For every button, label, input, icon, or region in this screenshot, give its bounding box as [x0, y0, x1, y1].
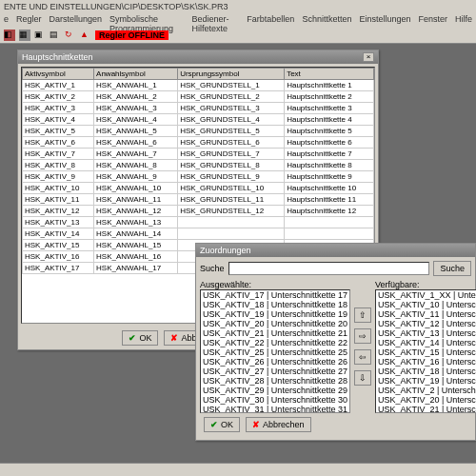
- window-title: Zuordnungen: [196, 244, 475, 257]
- tool-icon[interactable]: ▦: [19, 30, 30, 41]
- search-input[interactable]: [228, 262, 430, 275]
- menu-item[interactable]: e: [4, 14, 9, 26]
- table-row[interactable]: HSK_AKTIV_7HSK_ANWAHL_7HSK_GRUNDSTELL_7H…: [23, 149, 374, 160]
- table-row[interactable]: HSK_AKTIV_12HSK_ANWAHL_12HSK_GRUNDSTELL_…: [23, 206, 374, 217]
- menu-item[interactable]: Einstellungen: [359, 14, 410, 26]
- col-header[interactable]: Ursprungssymbol: [178, 69, 285, 80]
- cell: Hauptschnittkette 7: [285, 149, 374, 160]
- ok-button[interactable]: ✔OK: [204, 417, 240, 432]
- cell: HSK_AKTIV_4: [23, 114, 94, 126]
- menu-item[interactable]: Schnittketten: [302, 14, 351, 26]
- table-row[interactable]: HSK_AKTIV_10HSK_ANWAHL_10HSK_GRUNDSTELL_…: [23, 183, 374, 194]
- statusbar: [0, 463, 476, 476]
- table-row[interactable]: HSK_AKTIV_1HSK_ANWAHL_1HSK_GRUNDSTELL_1H…: [23, 80, 374, 91]
- col-header[interactable]: Aktivsymbol: [23, 69, 94, 80]
- menu-item[interactable]: Fenster: [418, 14, 447, 26]
- list-item[interactable]: USK_AKTIV_30 | Unterschnittkette 30: [201, 395, 349, 405]
- list-item[interactable]: USK_AKTIV_1_XX | Unterschnittkette 1: [376, 290, 476, 300]
- table-row[interactable]: HSK_AKTIV_3HSK_ANWAHL_3HSK_GRUNDSTELL_3H…: [23, 103, 374, 114]
- available-listbox[interactable]: USK_AKTIV_1_XX | Unterschnittkette 1USK_…: [375, 289, 476, 413]
- move-down-button[interactable]: ⇩: [354, 370, 371, 386]
- table-row[interactable]: HSK_AKTIV_4HSK_ANWAHL_4HSK_GRUNDSTELL_4H…: [23, 114, 374, 126]
- cell: HSK_ANWAHL_11: [94, 194, 178, 206]
- menu-item[interactable]: Farbtabellen: [247, 14, 294, 26]
- cell: HSK_AKTIV_9: [23, 171, 94, 183]
- table-row[interactable]: HSK_AKTIV_5HSK_ANWAHL_5HSK_GRUNDSTELL_5H…: [23, 126, 374, 137]
- cell: HSK_ANWAHL_6: [94, 137, 178, 149]
- list-item[interactable]: USK_AKTIV_20 | Unterschnittkette 20: [376, 395, 476, 405]
- list-item[interactable]: USK_AKTIV_12 | Unterschnittkette 12: [376, 319, 476, 328]
- table-row[interactable]: HSK_AKTIV_11HSK_ANWAHL_11HSK_GRUNDSTELL_…: [23, 194, 374, 206]
- col-header[interactable]: Anwahlsymbol: [94, 69, 178, 80]
- move-up-button[interactable]: ⇧: [354, 307, 371, 323]
- cell: HSK_GRUNDSTELL_12: [178, 206, 285, 217]
- cell: HSK_AKTIV_11: [23, 194, 94, 206]
- window-zuordnungen: Zuordnungen Suche Suche Ausgewählte: USK…: [195, 243, 476, 441]
- selected-listbox[interactable]: USK_AKTIV_17 | Unterschnittkette 17USK_A…: [200, 289, 350, 413]
- col-header[interactable]: Text: [285, 69, 374, 80]
- list-item[interactable]: USK_AKTIV_29 | Unterschnittkette 29: [201, 386, 349, 395]
- cell: HSK_AKTIV_5: [23, 126, 94, 137]
- menu-item[interactable]: Hilfe: [455, 14, 472, 26]
- list-item[interactable]: USK_AKTIV_18 | Unterschnittkette 18: [376, 367, 476, 376]
- table-row[interactable]: HSK_AKTIV_13HSK_ANWAHL_13: [23, 217, 374, 228]
- cell: HSK_AKTIV_8: [23, 160, 94, 171]
- list-item[interactable]: USK_AKTIV_22 | Unterschnittkette 22: [201, 338, 349, 347]
- selected-label: Ausgewählte:: [200, 280, 350, 289]
- menu-item[interactable]: Darstellungen: [50, 14, 103, 26]
- cross-icon: ✘: [170, 333, 178, 343]
- cell: HSK_AKTIV_17: [23, 263, 94, 274]
- ok-button[interactable]: ✔OK: [122, 330, 158, 346]
- list-item[interactable]: USK_AKTIV_13 | Unterschnittkette 13: [376, 328, 476, 338]
- list-item[interactable]: USK_AKTIV_21 | Unterschnittkette 21: [201, 328, 349, 338]
- cell: Hauptschnittkette 10: [285, 183, 374, 194]
- tool-icon[interactable]: ▤: [50, 30, 61, 41]
- tool-icon[interactable]: ↻: [65, 30, 76, 41]
- list-item[interactable]: USK_AKTIV_25 | Unterschnittkette 25: [201, 347, 349, 357]
- table-row[interactable]: HSK_AKTIV_6HSK_ANWAHL_6HSK_GRUNDSTELL_6H…: [23, 137, 374, 149]
- list-item[interactable]: USK_AKTIV_18 | Unterschnittkette 18: [201, 300, 349, 309]
- list-item[interactable]: USK_AKTIV_21 | Unterschnittkette 21: [376, 405, 476, 413]
- list-item[interactable]: USK_AKTIV_27 | Unterschnittkette 27: [201, 367, 349, 376]
- list-item[interactable]: USK_AKTIV_2 | Unterschnittkette 2: [376, 386, 476, 395]
- list-item[interactable]: USK_AKTIV_17 | Unterschnittkette 17: [201, 290, 349, 300]
- tool-icon[interactable]: ▲: [80, 30, 91, 41]
- cross-icon: ✘: [252, 420, 260, 429]
- list-item[interactable]: USK_AKTIV_20 | Unterschnittkette 20: [201, 319, 349, 328]
- tool-icon[interactable]: ◧: [4, 30, 15, 41]
- list-item[interactable]: USK_AKTIV_31 | Unterschnittkette 31: [201, 405, 349, 413]
- table-row[interactable]: HSK_AKTIV_8HSK_ANWAHL_8HSK_GRUNDSTELL_8H…: [23, 160, 374, 171]
- search-label: Suche: [200, 264, 225, 273]
- list-item[interactable]: USK_AKTIV_14 | Unterschnittkette 14: [376, 338, 476, 347]
- list-item[interactable]: USK_AKTIV_15 | Unterschnittkette 15: [376, 347, 476, 357]
- close-icon[interactable]: ×: [363, 52, 374, 62]
- list-item[interactable]: USK_AKTIV_19 | Unterschnittkette 19: [376, 376, 476, 386]
- move-left-button[interactable]: ⇦: [354, 349, 371, 365]
- cell: HSK_AKTIV_15: [23, 240, 94, 251]
- table-row[interactable]: HSK_AKTIV_14HSK_ANWAHL_14: [23, 228, 374, 240]
- list-item[interactable]: USK_AKTIV_11 | Unterschnittkette 11: [376, 309, 476, 319]
- menu-item[interactable]: Symbolische Programmierung: [109, 14, 184, 26]
- menu-item[interactable]: Bediener-Hilfetexte: [192, 14, 240, 26]
- cell: HSK_GRUNDSTELL_4: [178, 114, 285, 126]
- cell: HSK_GRUNDSTELL_11: [178, 194, 285, 206]
- list-item[interactable]: USK_AKTIV_16 | Unterschnittkette 16: [376, 357, 476, 367]
- cell: HSK_GRUNDSTELL_3: [178, 103, 285, 114]
- cell: Hauptschnittkette 11: [285, 194, 374, 206]
- list-item[interactable]: USK_AKTIV_19 | Unterschnittkette 19: [201, 309, 349, 319]
- cancel-button[interactable]: ✘Abbrechen: [246, 417, 311, 432]
- move-right-button[interactable]: ⇨: [354, 328, 371, 344]
- tool-icon[interactable]: ▣: [34, 30, 46, 41]
- table-row[interactable]: HSK_AKTIV_9HSK_ANWAHL_9HSK_GRUNDSTELL_9H…: [23, 171, 374, 183]
- cell: HSK_ANWAHL_17: [94, 263, 178, 274]
- cell: Hauptschnittkette 8: [285, 160, 374, 171]
- list-item[interactable]: USK_AKTIV_28 | Unterschnittkette 28: [201, 376, 349, 386]
- search-button[interactable]: Suche: [433, 261, 471, 276]
- table-row[interactable]: HSK_AKTIV_2HSK_ANWAHL_2HSK_GRUNDSTELL_2H…: [23, 91, 374, 103]
- menu-item[interactable]: Regler: [16, 14, 42, 26]
- list-item[interactable]: USK_AKTIV_10 | Unterschnittkette 10: [376, 300, 476, 309]
- toolbar: ◧ ▦ ▣ ▤ ↻ ▲ Regler OFFLINE: [0, 27, 476, 44]
- list-item[interactable]: USK_AKTIV_26 | Unterschnittkette 26: [201, 357, 349, 367]
- cell: HSK_GRUNDSTELL_5: [178, 126, 285, 137]
- cell: HSK_GRUNDSTELL_1: [178, 80, 285, 91]
